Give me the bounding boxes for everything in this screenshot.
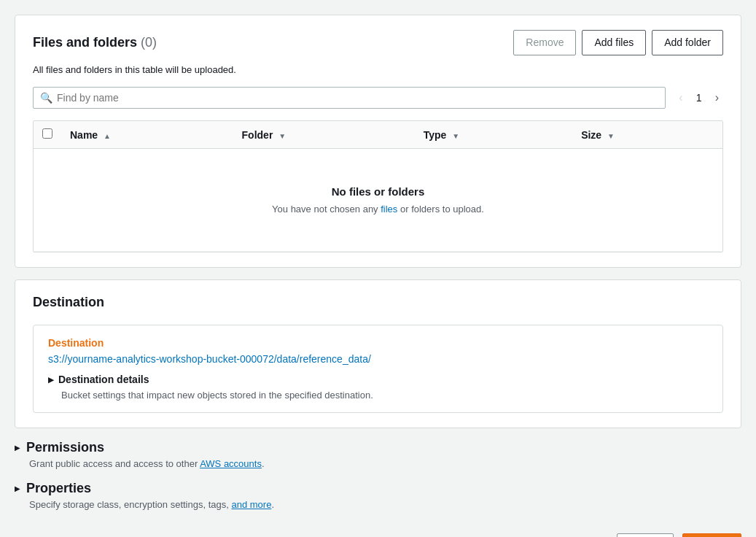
col-name[interactable]: Name ▲: [61, 121, 233, 149]
folder-sort-icon: ▼: [278, 132, 286, 140]
footer-actions: Cancel Upload: [15, 522, 741, 537]
files-subtitle: All files and folders in this table will…: [33, 64, 723, 75]
permissions-section: ▶ Permissions Grant public access and ac…: [15, 440, 741, 469]
destination-panel: Destination Destination s3://yourname-an…: [15, 279, 741, 428]
select-all-checkbox[interactable]: [42, 128, 52, 139]
files-panel-actions: Remove Add files Add folder: [513, 30, 723, 55]
files-count: (0): [141, 35, 157, 50]
properties-desc: Specify storage class, encryption settin…: [29, 499, 741, 510]
permissions-desc-suffix: .: [262, 458, 265, 469]
destination-details-toggle[interactable]: ▶ Destination details: [48, 374, 708, 385]
files-table: Name ▲ Folder ▼ Type ▼ Size ▼: [34, 121, 722, 252]
properties-title: Properties: [26, 481, 91, 496]
pagination-next-button[interactable]: ›: [711, 90, 723, 106]
empty-desc-files-link[interactable]: files: [381, 204, 397, 215]
files-table-wrapper: Name ▲ Folder ▼ Type ▼ Size ▼: [33, 120, 723, 252]
empty-title: No files or folders: [57, 185, 699, 198]
files-panel-title: Files and folders (0): [33, 35, 157, 50]
destination-label: Destination: [48, 337, 708, 349]
size-sort-icon: ▼: [607, 132, 615, 140]
destination-panel-title: Destination: [33, 295, 723, 310]
empty-state-cell: No files or folders You have not chosen …: [34, 149, 722, 252]
properties-desc-prefix: Specify storage class, encryption settin…: [29, 499, 231, 510]
subtitle-text: All files and folders in this table will…: [33, 64, 236, 75]
permissions-title: Permissions: [26, 440, 104, 455]
search-input-wrapper: 🔍: [33, 87, 666, 109]
name-sort-icon: ▲: [104, 132, 111, 140]
properties-desc-suffix: .: [271, 499, 274, 510]
permissions-desc-prefix: Grant public access and access to other: [29, 458, 200, 469]
add-folder-button[interactable]: Add folder: [652, 30, 723, 55]
files-panel-header: Files and folders (0) Remove Add files A…: [33, 30, 723, 55]
empty-desc-middle: or folders to upload.: [397, 204, 484, 215]
empty-desc-prefix: You have not chosen any: [272, 204, 381, 215]
permissions-desc: Grant public access and access to other …: [29, 458, 741, 469]
properties-section: ▶ Properties Specify storage class, encr…: [15, 481, 741, 510]
destination-path-link[interactable]: s3://yourname-analytics-workshop-bucket-…: [48, 353, 371, 365]
empty-state-row: No files or folders You have not chosen …: [34, 149, 722, 252]
remove-button[interactable]: Remove: [513, 30, 576, 55]
permissions-arrow-icon: ▶: [15, 444, 20, 452]
search-icon: 🔍: [40, 92, 52, 104]
destination-details-desc: Bucket settings that impact new objects …: [61, 390, 708, 401]
pagination-prev-button[interactable]: ‹: [674, 90, 687, 106]
files-panel: Files and folders (0) Remove Add files A…: [15, 15, 741, 268]
properties-desc-link[interactable]: and more: [231, 499, 271, 510]
type-sort-icon: ▼: [452, 132, 459, 140]
properties-arrow-icon: ▶: [15, 484, 20, 492]
upload-button[interactable]: Upload: [682, 533, 741, 537]
col-folder[interactable]: Folder ▼: [233, 121, 415, 149]
pagination-number: 1: [693, 92, 705, 104]
select-all-cell: [34, 121, 61, 149]
files-panel-title-group: Files and folders (0): [33, 35, 157, 50]
permissions-header[interactable]: ▶ Permissions: [15, 440, 741, 455]
permissions-desc-link[interactable]: AWS accounts: [200, 458, 262, 469]
table-header: Name ▲ Folder ▼ Type ▼ Size ▼: [34, 121, 722, 149]
destination-box: Destination s3://yourname-analytics-work…: [33, 325, 723, 413]
table-body: No files or folders You have not chosen …: [34, 149, 722, 252]
col-type[interactable]: Type ▼: [415, 121, 572, 149]
empty-state: No files or folders You have not chosen …: [42, 156, 714, 244]
search-input[interactable]: [33, 87, 666, 109]
col-size[interactable]: Size ▼: [572, 121, 722, 149]
search-bar: 🔍 ‹ 1 ›: [33, 87, 723, 109]
table-header-row: Name ▲ Folder ▼ Type ▼ Size ▼: [34, 121, 722, 149]
cancel-button[interactable]: Cancel: [617, 533, 674, 537]
title-text: Files and folders: [33, 35, 137, 50]
empty-desc: You have not chosen any files or folders…: [57, 204, 699, 215]
add-files-button[interactable]: Add files: [582, 30, 646, 55]
properties-header[interactable]: ▶ Properties: [15, 481, 741, 496]
dest-details-arrow-icon: ▶: [48, 376, 54, 384]
destination-details-label: Destination details: [58, 374, 149, 385]
pagination: ‹ 1 ›: [674, 90, 723, 106]
